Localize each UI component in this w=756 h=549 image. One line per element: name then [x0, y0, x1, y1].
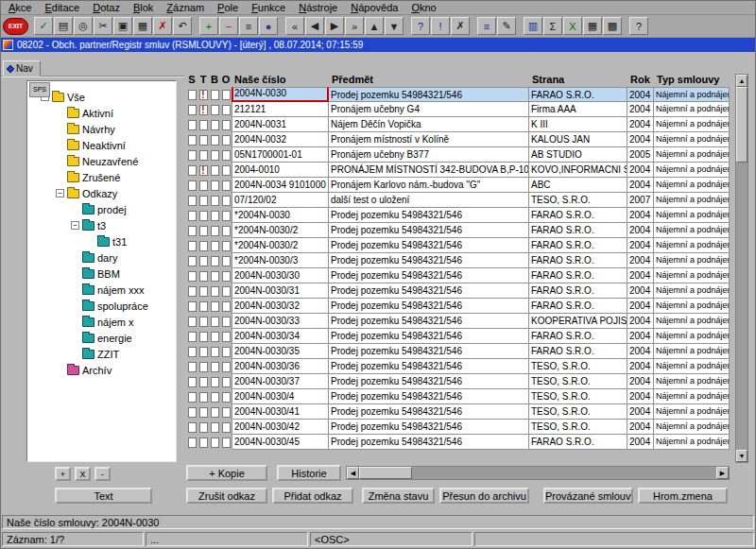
table-row[interactable]: 2004N-0030/45Prodej pozemku 54984321/546…: [186, 435, 730, 450]
flag-cell-s[interactable]: [186, 87, 198, 102]
next-block-icon[interactable]: ▼: [385, 17, 404, 35]
cell-typ[interactable]: Nájemní a podnájemn: [654, 420, 730, 435]
tree-item-zzit[interactable]: ZZIT: [27, 346, 176, 362]
tree-item-najem-x[interactable]: nájem x: [27, 314, 176, 330]
table-row[interactable]: 2004N-0031Nájem Děčín VopičkaK III2004Ná…: [186, 117, 730, 132]
cell-typ[interactable]: Nájemní a podnájemn: [654, 208, 730, 223]
cell-cislo[interactable]: 2004N-0030/4: [232, 389, 329, 404]
cell-rok[interactable]: 2004: [627, 420, 654, 435]
cell-typ[interactable]: Nájemní a podnájemn: [654, 147, 730, 163]
menu-item-dotaz[interactable]: Dotaz: [86, 1, 127, 14]
flag-cell-s[interactable]: [186, 435, 198, 450]
menu-item-napoveda[interactable]: Nápověda: [344, 1, 404, 14]
flag-cell-s[interactable]: [186, 389, 198, 404]
cell-cislo[interactable]: *2004N-0030/2: [232, 238, 329, 253]
flag-cell-o[interactable]: [220, 208, 232, 223]
cell-predmet[interactable]: Prodej pozemku 54984321/546: [329, 389, 529, 404]
scroll-right-button[interactable]: ▶: [716, 467, 729, 479]
flag-cell-s[interactable]: [186, 314, 198, 329]
flag-cell-o[interactable]: [220, 253, 232, 268]
flag-cell-t[interactable]: [198, 178, 209, 193]
flag-cell-b[interactable]: [209, 359, 220, 374]
flag-cell-t[interactable]: [198, 223, 209, 238]
cell-strana[interactable]: FARAO S.R.O.: [529, 238, 627, 253]
commit-icon[interactable]: ✓: [34, 17, 53, 35]
tree-item-neuzavrene[interactable]: Neuzavřené: [27, 153, 176, 169]
table-row[interactable]: *2004N-0030/2Prodej pozemku 54984321/546…: [186, 223, 730, 238]
flag-cell-s[interactable]: [186, 102, 198, 117]
cell-cislo[interactable]: *2004N-0030/2: [232, 223, 329, 238]
cell-rok[interactable]: 2004: [627, 435, 654, 450]
flag-cell-b[interactable]: [209, 87, 220, 102]
cell-cislo[interactable]: *2004N-0030/3: [232, 253, 329, 268]
cell-rok[interactable]: 2007: [627, 193, 654, 208]
cell-typ[interactable]: Nájemní a podnájemn: [654, 132, 730, 147]
flag-cell-t[interactable]: !: [198, 87, 209, 102]
flag-cell-o[interactable]: [220, 223, 232, 238]
cell-typ[interactable]: Nájemní a podnájemn: [654, 329, 730, 344]
cell-strana[interactable]: KALOUS JAN: [529, 132, 627, 147]
cell-rok[interactable]: 2004: [627, 359, 654, 374]
flag-cell-t[interactable]: [198, 208, 209, 223]
tree-item-aktivni[interactable]: Aktivní: [27, 105, 176, 121]
flag-cell-t[interactable]: [198, 314, 209, 329]
calendar-icon[interactable]: ▦: [583, 17, 602, 35]
cell-predmet[interactable]: Prodej pozemku 54984321/546: [329, 238, 529, 253]
cell-typ[interactable]: Nájemní a podnájemn: [654, 117, 730, 132]
flag-cell-b[interactable]: [209, 404, 220, 420]
calculator-icon[interactable]: ▩: [603, 17, 622, 35]
cell-cislo[interactable]: 2004N-0034 9101000: [232, 178, 329, 193]
flag-cell-b[interactable]: [209, 238, 220, 253]
remove-record-icon[interactable]: −: [219, 17, 238, 35]
flag-cell-s[interactable]: [186, 283, 198, 299]
table-row[interactable]: 2004N-0030/41Prodej pozemku 54984321/546…: [186, 404, 730, 420]
cell-typ[interactable]: Nájemní a podnájemn: [654, 404, 730, 420]
table-row[interactable]: 2004N-0030/35Prodej pozemku 54984321/546…: [186, 344, 730, 359]
cell-typ[interactable]: Nájemní a podnájemn: [654, 193, 730, 208]
flag-cell-s[interactable]: [186, 117, 198, 132]
cell-typ[interactable]: Nájemní a podnájemn: [654, 238, 730, 253]
cell-typ[interactable]: Nájemní a podnájemn: [654, 435, 730, 450]
flag-cell-o[interactable]: [220, 117, 232, 132]
cell-predmet[interactable]: Prodej pozemku 54984321/546: [329, 314, 529, 329]
tree-item-t3[interactable]: −t3: [27, 217, 176, 233]
prev-block-icon[interactable]: ▲: [365, 17, 384, 35]
tree-item-odkazy[interactable]: −Odkazy: [27, 185, 176, 201]
cell-predmet[interactable]: Pronájem místností v Kolíně: [329, 132, 529, 147]
cell-predmet[interactable]: Prodej pozemku 54984321/546: [329, 253, 529, 268]
cell-typ[interactable]: Nájemní a podnájemn: [654, 299, 730, 314]
tree-item-spoluprace[interactable]: spolupráce: [27, 298, 176, 314]
cell-cislo[interactable]: 212121: [232, 102, 329, 117]
cell-rok[interactable]: 2004: [627, 344, 654, 359]
cell-cislo[interactable]: 2004N-0030/42: [232, 420, 329, 435]
table-row[interactable]: 2004N-0030/30Prodej pozemku 54984321/546…: [186, 268, 730, 283]
tree-button-item[interactable]: +: [55, 467, 71, 481]
table-row[interactable]: !2004N-0030Prodej pozemku 54984321/546FA…: [186, 87, 730, 102]
flag-cell-s[interactable]: [186, 374, 198, 389]
cell-rok[interactable]: 2004: [627, 404, 654, 420]
cell-predmet[interactable]: Prodej pozemku 54984321/546: [329, 404, 529, 420]
flag-cell-s[interactable]: [186, 344, 198, 359]
catalog-icon[interactable]: ▥: [524, 17, 542, 35]
flag-cell-s[interactable]: [186, 193, 198, 208]
cell-typ[interactable]: Nájemní a podnájemn: [654, 283, 730, 299]
flag-cell-b[interactable]: [209, 253, 220, 268]
table-row[interactable]: *2004N-0030/3Prodej pozemku 54984321/546…: [186, 253, 730, 268]
cell-strana[interactable]: FARAO S.R.O.: [529, 435, 627, 450]
cell-rok[interactable]: 2004: [627, 283, 654, 299]
table-row[interactable]: *2004N-0030Prodej pozemku 54984321/546FA…: [186, 208, 730, 223]
tree-item-neaktivni[interactable]: Neaktivní: [27, 137, 176, 153]
cell-strana[interactable]: FARAO S.R.O.: [529, 223, 627, 238]
paste-icon[interactable]: ▦: [133, 17, 152, 35]
insert-record-icon[interactable]: +: [199, 17, 218, 35]
cell-strana[interactable]: TESO, S.R.O.: [529, 359, 627, 374]
flag-cell-o[interactable]: [220, 163, 232, 178]
flag-cell-t[interactable]: [198, 193, 209, 208]
delete-icon[interactable]: ✗: [153, 17, 172, 35]
cell-cislo[interactable]: 2004N-0030: [232, 87, 329, 102]
flag-cell-s[interactable]: [186, 404, 198, 420]
flag-cell-s[interactable]: [186, 238, 198, 253]
flag-cell-t[interactable]: [198, 268, 209, 283]
scroll-up-button[interactable]: ▲: [736, 75, 747, 87]
cell-cislo[interactable]: 07/120/02: [232, 193, 329, 208]
